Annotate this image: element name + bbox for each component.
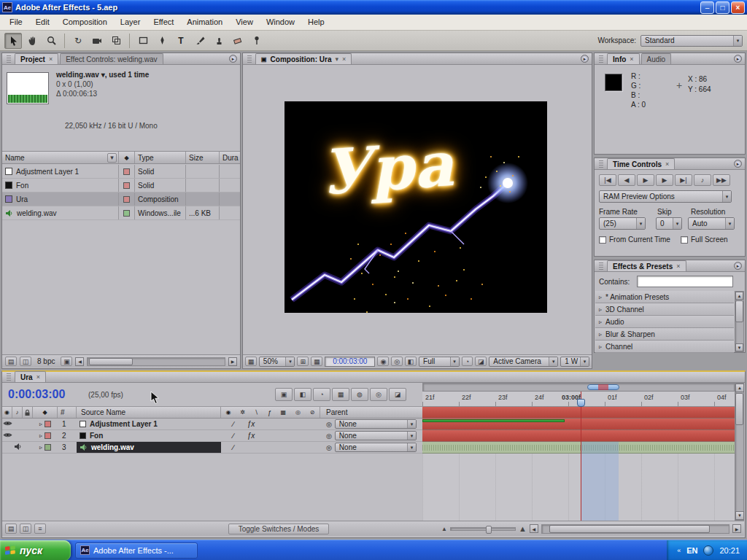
- scroll-up-icon[interactable]: ▲: [735, 384, 744, 392]
- tab-composition[interactable]: ▣ Composition: Ura ▾ ×: [255, 53, 352, 64]
- speaker-icon[interactable]: [12, 443, 23, 452]
- layer-bar[interactable]: [422, 430, 735, 442]
- layer-name-cell[interactable]: welding.wav: [77, 442, 221, 453]
- panel-menu-icon[interactable]: ▸: [229, 55, 237, 63]
- contains-search-input[interactable]: [637, 276, 733, 287]
- sort-chevron-icon[interactable]: ▾: [107, 153, 117, 163]
- panel-grip[interactable]: [7, 373, 11, 381]
- close-icon[interactable]: ×: [665, 160, 669, 168]
- parent-column-header[interactable]: Parent: [320, 407, 422, 418]
- channels-icon[interactable]: ◧: [405, 357, 417, 366]
- region-of-interest-icon[interactable]: ▦: [245, 357, 257, 366]
- scroll-left-icon[interactable]: ◀: [530, 524, 538, 533]
- puppet-pin-tool[interactable]: [248, 33, 266, 49]
- layer-switches[interactable]: ∕ƒx: [221, 432, 320, 440]
- list-item[interactable]: ▹* Animation Presets: [595, 291, 734, 303]
- current-time-indicator[interactable]: [581, 392, 581, 521]
- tab-project[interactable]: Project ×: [15, 53, 58, 64]
- delete-icon[interactable]: ▣: [61, 357, 72, 366]
- eye-icon[interactable]: [2, 432, 12, 440]
- menu-view[interactable]: View: [229, 15, 260, 30]
- hide-shy-icon[interactable]: ◔: [313, 388, 330, 401]
- panel-menu-icon[interactable]: ▸: [734, 262, 742, 270]
- audio-button[interactable]: ♪: [694, 174, 711, 186]
- column-size[interactable]: Size: [186, 152, 220, 163]
- zoom-slider-handle[interactable]: [486, 526, 492, 534]
- magnification-select[interactable]: 50%▾: [259, 357, 295, 367]
- layer-row-selected[interactable]: ▹ 3 welding.wav ∕ ◎ None▾: [2, 442, 422, 454]
- label-chip[interactable]: [44, 432, 51, 439]
- column-label-color[interactable]: ◆: [119, 152, 135, 163]
- chevron-down-icon[interactable]: ▾: [335, 55, 338, 63]
- resolution-select[interactable]: Auto▾: [688, 217, 735, 230]
- last-frame-button[interactable]: ▶|: [675, 174, 692, 186]
- brainstorm-icon[interactable]: ◎: [370, 388, 387, 401]
- selection-tool[interactable]: [4, 33, 22, 49]
- eraser-tool[interactable]: [229, 33, 247, 49]
- switches-column-header[interactable]: ◉✲∖ƒ▦◎⊘: [221, 407, 320, 418]
- timeline-graph-area[interactable]: 21f 22f 23f 24f 03:00f 01f 02f 03f 04f: [422, 383, 735, 521]
- table-row[interactable]: Adjustment Layer 1 Solid: [2, 165, 240, 179]
- safe-zones-icon[interactable]: ⊞: [297, 357, 309, 366]
- hand-tool[interactable]: [23, 33, 41, 49]
- scroll-right-icon[interactable]: ▶: [228, 357, 237, 366]
- column-name[interactable]: Name ▾: [2, 152, 119, 163]
- layer-bar[interactable]: [422, 419, 735, 430]
- panel-grip[interactable]: [247, 55, 252, 63]
- expand-inout-icon[interactable]: ≡: [34, 524, 46, 534]
- shape-tool[interactable]: [134, 33, 152, 49]
- menu-help[interactable]: Help: [301, 15, 331, 30]
- effects-vscrollbar[interactable]: ▲ ▼: [735, 291, 744, 352]
- start-button[interactable]: пуск: [0, 540, 71, 560]
- project-hscrollbar[interactable]: [87, 357, 225, 366]
- menu-effect[interactable]: Effect: [147, 15, 180, 30]
- layer-row[interactable]: ▹ 1 Adjustment Layer 1 ∕ƒx ◎ None▾: [2, 419, 422, 430]
- live-update-icon[interactable]: ▣: [275, 388, 293, 401]
- tab-time-controls[interactable]: Time Controls ×: [607, 158, 675, 169]
- pick-whip-icon[interactable]: ◎: [326, 421, 332, 428]
- show-snapshot-icon[interactable]: ◎: [391, 357, 403, 366]
- tray-collapse-icon[interactable]: «: [677, 547, 681, 554]
- list-item[interactable]: ▹Blur & Sharpen: [595, 328, 734, 341]
- twirl-icon[interactable]: ▹: [599, 343, 602, 350]
- parent-select[interactable]: None▾: [335, 431, 417, 440]
- zoom-tool[interactable]: [42, 33, 60, 49]
- label-chip[interactable]: [44, 444, 51, 451]
- workspace-select[interactable]: Standard ▾: [640, 35, 743, 47]
- layer-switches[interactable]: ∕: [221, 443, 320, 451]
- close-icon[interactable]: ×: [36, 373, 40, 381]
- label-chip[interactable]: [123, 210, 130, 217]
- ram-preview-button[interactable]: ▶▶: [713, 174, 730, 186]
- close-icon[interactable]: ×: [342, 55, 346, 63]
- table-row[interactable]: Ura Composition: [2, 192, 240, 206]
- close-icon[interactable]: ×: [676, 262, 680, 270]
- footage-thumbnail[interactable]: [7, 72, 49, 104]
- ram-preview-options-select[interactable]: RAM Preview Options ▾: [599, 190, 732, 203]
- minimize-button[interactable]: –: [700, 1, 714, 14]
- menu-layer[interactable]: Layer: [114, 15, 147, 30]
- time-navigator[interactable]: [422, 383, 735, 392]
- video-column-header[interactable]: ◉: [2, 407, 12, 418]
- audio-layer-bar[interactable]: [422, 442, 735, 454]
- bit-depth-indicator[interactable]: 8 bpc: [34, 357, 58, 365]
- from-current-time-checkbox[interactable]: From Current Time: [599, 236, 670, 244]
- play-button[interactable]: ▶: [637, 174, 654, 186]
- panel-grip[interactable]: [7, 55, 11, 63]
- lock-column-header[interactable]: [23, 407, 33, 418]
- parent-select[interactable]: None▾: [335, 419, 417, 429]
- twirl-icon[interactable]: ▹: [39, 444, 42, 451]
- twirl-icon[interactable]: ▹: [39, 421, 42, 427]
- scroll-down-icon[interactable]: ▼: [735, 343, 743, 351]
- grid-icon[interactable]: ▦: [311, 357, 322, 366]
- tab-timeline-ura[interactable]: Ura ×: [15, 371, 46, 382]
- previous-frame-button[interactable]: ◀: [618, 174, 635, 186]
- layer-name-cell[interactable]: Adjustment Layer 1: [77, 420, 221, 428]
- tab-info[interactable]: Info ×: [607, 53, 640, 64]
- close-button[interactable]: ×: [731, 1, 745, 14]
- panel-menu-icon[interactable]: ▸: [734, 160, 742, 168]
- menu-edit[interactable]: Edit: [29, 15, 56, 30]
- resolution-select[interactable]: Full▾: [419, 357, 460, 367]
- twirl-icon[interactable]: ▹: [599, 294, 602, 300]
- panel-grip[interactable]: [599, 160, 603, 168]
- panel-grip[interactable]: [599, 262, 603, 270]
